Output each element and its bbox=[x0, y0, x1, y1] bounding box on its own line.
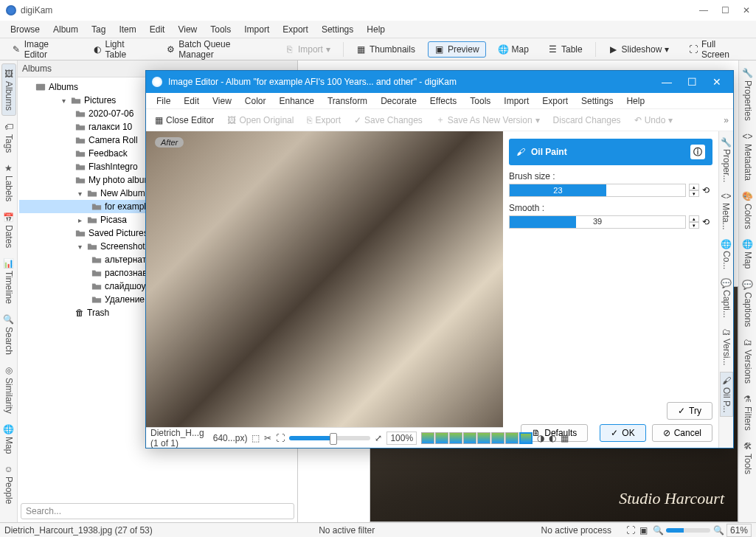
menu-tools[interactable]: Tools bbox=[204, 22, 237, 37]
preview-mode-thumb-selected[interactable] bbox=[519, 432, 533, 444]
tab-colors[interactable]: 🎨Colors bbox=[741, 187, 755, 234]
tab-map[interactable]: 🌐Map bbox=[1, 420, 15, 458]
batch-queue-button[interactable]: ⚙Batch Queue Manager bbox=[159, 36, 272, 63]
zoom-fit-icon[interactable]: ⛶ bbox=[626, 525, 637, 536]
menu-view[interactable]: View bbox=[172, 22, 203, 37]
zoom-in-icon[interactable]: 🔍 bbox=[713, 525, 724, 536]
preview-button[interactable]: ▣Preview bbox=[428, 41, 486, 58]
zoom-arrows-icon[interactable]: ⤢ bbox=[375, 433, 382, 443]
save-as-new-button[interactable]: ＋Save As New Version▾ bbox=[431, 111, 544, 128]
tab-filters[interactable]: ⚗Filters bbox=[741, 389, 755, 435]
editor-zoom-value[interactable]: 100% bbox=[386, 432, 417, 445]
try-button[interactable]: ✓Try bbox=[667, 402, 712, 420]
spin-up-icon[interactable]: ▴ bbox=[689, 215, 699, 222]
editor-tab-captions[interactable]: 💬Capti... bbox=[720, 275, 732, 321]
tab-albums[interactable]: 🖼Albums bbox=[1, 63, 16, 116]
tab-people[interactable]: ☺People bbox=[2, 460, 15, 508]
minimize-button[interactable]: — bbox=[699, 5, 708, 15]
editor-photo-preview[interactable]: After bbox=[146, 131, 503, 427]
expand-icon[interactable]: ▸ bbox=[75, 216, 84, 224]
editor-tab-colors[interactable]: 🌐Co... bbox=[720, 236, 732, 272]
preview-mode-thumb[interactable] bbox=[477, 432, 490, 444]
overflow-icon[interactable]: » bbox=[724, 115, 729, 125]
editor-export-button[interactable]: ⎘Export bbox=[302, 113, 345, 128]
menu-settings[interactable]: Settings bbox=[316, 22, 359, 37]
preview-mode-thumb[interactable] bbox=[491, 432, 504, 444]
tab-timeline[interactable]: 📊Timeline bbox=[1, 254, 15, 308]
spin-up-icon[interactable]: ▴ bbox=[689, 184, 699, 190]
tab-tags[interactable]: 🏷Tags bbox=[2, 117, 15, 157]
save-changes-button[interactable]: ✓Save Changes bbox=[350, 113, 427, 128]
menu-import[interactable]: Import bbox=[238, 22, 275, 37]
editor-minimize-button[interactable]: — bbox=[656, 76, 677, 88]
tab-captions[interactable]: 💬Captions bbox=[741, 275, 755, 331]
fit-icon[interactable]: ⛶ bbox=[276, 433, 285, 443]
tab-dates[interactable]: 📅Dates bbox=[1, 208, 15, 252]
editor-menu-enhance[interactable]: Enhance bbox=[274, 94, 320, 108]
preview-mode-thumb[interactable] bbox=[463, 432, 476, 444]
menu-help[interactable]: Help bbox=[361, 22, 391, 37]
editor-menu-effects[interactable]: Effects bbox=[424, 94, 462, 108]
zoom-slider[interactable] bbox=[666, 528, 710, 533]
zoom-value[interactable]: 61% bbox=[726, 524, 752, 537]
discard-changes-button[interactable]: Discard Changes bbox=[549, 113, 625, 128]
help-icon[interactable]: ⓘ bbox=[690, 145, 705, 159]
smooth-spinner[interactable]: ▴▾ bbox=[689, 215, 699, 229]
editor-tab-metadata[interactable]: <>Meta... bbox=[720, 188, 732, 233]
editor-menu-view[interactable]: View bbox=[207, 94, 237, 108]
close-button[interactable]: ✕ bbox=[743, 5, 750, 15]
spin-down-icon[interactable]: ▾ bbox=[689, 222, 699, 229]
editor-menu-file[interactable]: File bbox=[150, 94, 176, 108]
exposure-over-icon[interactable]: ◑ bbox=[537, 433, 544, 443]
collapse-icon[interactable]: ▾ bbox=[75, 190, 84, 198]
editor-menu-edit[interactable]: Edit bbox=[178, 94, 205, 108]
editor-zoom-slider[interactable] bbox=[289, 436, 370, 440]
tab-properties[interactable]: 🔧Properties bbox=[741, 63, 755, 125]
close-editor-button[interactable]: ▦Close Editor bbox=[150, 113, 218, 128]
undo-button[interactable]: ↶Undo▾ bbox=[630, 113, 678, 128]
maximize-button[interactable]: ☐ bbox=[721, 5, 729, 15]
smooth-reset-icon[interactable]: ⟲ bbox=[702, 217, 712, 227]
editor-menu-help[interactable]: Help bbox=[620, 94, 651, 108]
select-icon[interactable]: ⬚ bbox=[252, 433, 260, 443]
brush-size-spinner[interactable]: ▴▾ bbox=[689, 184, 699, 197]
editor-menu-transform[interactable]: Transform bbox=[322, 94, 373, 108]
map-button[interactable]: 🌐Map bbox=[492, 41, 535, 58]
preview-mode-thumb[interactable] bbox=[505, 432, 519, 444]
zoom-100-icon[interactable]: ▣ bbox=[639, 525, 650, 536]
menu-edit[interactable]: Edit bbox=[144, 22, 171, 37]
import-button[interactable]: ⎘Import▾ bbox=[278, 41, 337, 58]
menu-album[interactable]: Album bbox=[47, 22, 84, 37]
table-button[interactable]: ☰Table bbox=[541, 41, 589, 58]
menu-export[interactable]: Export bbox=[277, 22, 314, 37]
editor-maximize-button[interactable]: ☐ bbox=[682, 76, 702, 88]
slideshow-button[interactable]: ▶Slideshow▾ bbox=[602, 41, 676, 58]
ok-button[interactable]: ✓OK bbox=[600, 424, 645, 442]
menu-tag[interactable]: Tag bbox=[86, 22, 111, 37]
crop-icon[interactable]: ✂ bbox=[264, 433, 271, 443]
preview-mode-thumb[interactable] bbox=[449, 432, 462, 444]
tab-versions[interactable]: 🗂Versions bbox=[741, 333, 755, 388]
exposure-under-icon[interactable]: ◐ bbox=[549, 433, 556, 443]
open-original-button[interactable]: 🖼Open Original bbox=[223, 113, 298, 128]
brush-reset-icon[interactable]: ⟲ bbox=[702, 185, 712, 195]
preview-mode-thumb[interactable] bbox=[421, 432, 434, 444]
tab-similarity[interactable]: ◎Similarity bbox=[2, 361, 15, 418]
editor-menu-import[interactable]: Import bbox=[498, 94, 535, 108]
editor-menu-settings[interactable]: Settings bbox=[575, 94, 619, 108]
light-table-button[interactable]: ◐Light Table bbox=[86, 36, 153, 63]
tab-tools[interactable]: 🛠Tools bbox=[741, 437, 755, 479]
tab-search[interactable]: 🔍Search bbox=[1, 310, 15, 359]
collapse-icon[interactable]: ▾ bbox=[59, 97, 68, 105]
smooth-slider[interactable]: 39 bbox=[509, 215, 686, 229]
menu-browse[interactable]: Browse bbox=[4, 22, 46, 37]
tab-map-right[interactable]: 🌐Map bbox=[741, 235, 755, 273]
zoom-out-icon[interactable]: 🔍 bbox=[653, 525, 663, 536]
cancel-button[interactable]: ⊘Cancel bbox=[652, 424, 712, 442]
fullscreen-button[interactable]: ⛶Full Screen bbox=[682, 36, 752, 63]
editor-tab-versions[interactable]: 🗂Versi... bbox=[721, 324, 732, 369]
spin-down-icon[interactable]: ▾ bbox=[689, 190, 699, 197]
editor-menu-tools[interactable]: Tools bbox=[464, 94, 496, 108]
tab-metadata[interactable]: <>Metadata bbox=[741, 127, 754, 185]
editor-tab-oil-paint[interactable]: 🖌Oil P... bbox=[720, 372, 733, 416]
